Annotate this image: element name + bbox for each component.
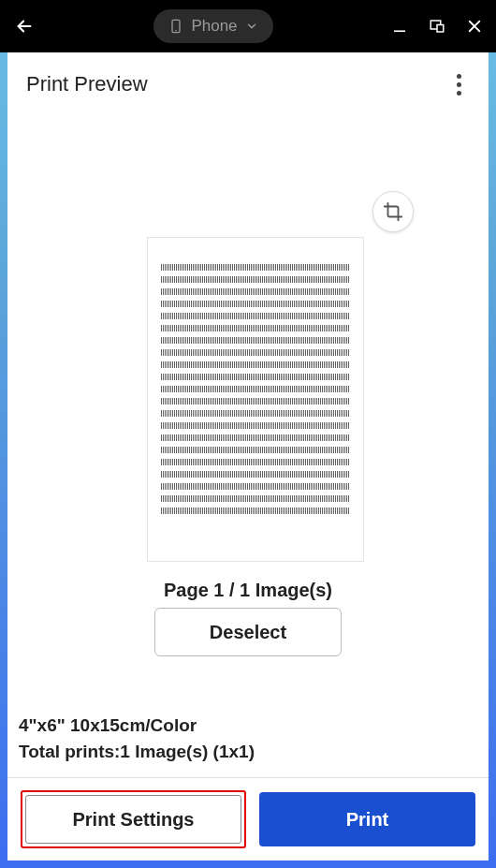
- deselect-button[interactable]: Deselect: [154, 608, 342, 656]
- more-menu-button[interactable]: [447, 73, 470, 96]
- emulator-bar: Phone: [0, 0, 496, 52]
- print-settings-button[interactable]: Print Settings: [25, 795, 241, 844]
- close-button[interactable]: [464, 16, 485, 37]
- device-label: Phone: [191, 17, 237, 36]
- app-header: Print Preview: [7, 52, 489, 116]
- minimize-button[interactable]: [389, 16, 410, 37]
- totals-summary: Total prints:1 Image(s) (1x1): [19, 742, 477, 762]
- svg-rect-4: [437, 25, 444, 33]
- summary-panel: 4"x6" 10x15cm/Color Total prints:1 Image…: [7, 708, 489, 778]
- page-title: Print Preview: [26, 72, 148, 96]
- preview-area: Page 1 / 1 Image(s) Deselect: [7, 116, 489, 708]
- media-summary: 4"x6" 10x15cm/Color: [19, 715, 477, 736]
- chevron-down-icon: [245, 20, 258, 33]
- crop-icon: [383, 201, 403, 222]
- print-button[interactable]: Print: [259, 792, 475, 846]
- crop-button[interactable]: [372, 191, 414, 232]
- page-info: Page 1 / 1 Image(s): [7, 580, 489, 601]
- responsive-toggle-button[interactable]: [427, 16, 447, 37]
- page-thumbnail[interactable]: [148, 238, 363, 561]
- device-selector[interactable]: Phone: [153, 9, 272, 43]
- back-button[interactable]: [11, 13, 37, 39]
- app-surface: Print Preview Page 1 / 1 Image(s) Desele…: [7, 52, 489, 861]
- action-bar: Print Settings Print: [7, 778, 489, 861]
- print-settings-highlight: Print Settings: [21, 790, 246, 848]
- phone-icon: [168, 17, 183, 36]
